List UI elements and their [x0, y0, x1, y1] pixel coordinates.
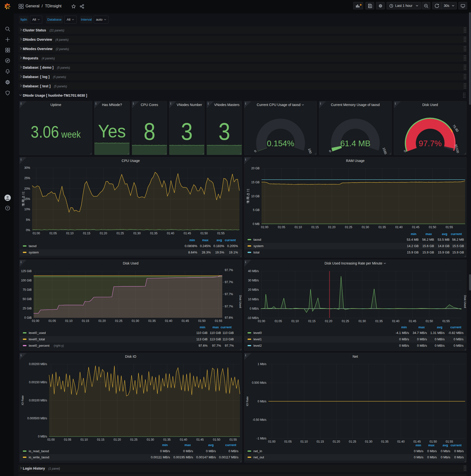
svg-text:53.5 MB: 53.5 MB	[438, 238, 449, 241]
svg-text:01:15: 01:15	[83, 232, 90, 235]
svg-text:01:35: 01:35	[150, 232, 157, 235]
svg-text:min: min	[189, 238, 195, 242]
svg-text:min: min	[162, 443, 168, 447]
svg-text:-10 MB/s: -10 MB/s	[247, 316, 259, 320]
svg-text:15.9 GB: 15.9 GB	[407, 251, 419, 254]
svg-text:io_write_taosd: io_write_taosd	[29, 455, 49, 459]
svg-text:01:50: 01:50	[429, 440, 437, 443]
svg-text:10 GB: 10 GB	[251, 195, 259, 198]
svg-text:01:35: 01:35	[375, 320, 383, 323]
svg-text:01:25: 01:25	[130, 438, 137, 442]
svg-text:0 Mb/s: 0 Mb/s	[427, 455, 437, 459]
svg-text:75 GiB: 75 GiB	[23, 288, 32, 291]
svg-text:10 MB/s: 10 MB/s	[248, 298, 259, 301]
svg-text:20 GB: 20 GB	[251, 167, 259, 170]
svg-text:01:25: 01:25	[345, 225, 352, 229]
svg-text:01:55: 01:55	[215, 319, 222, 323]
svg-text:30 MB/s: 30 MB/s	[248, 279, 259, 282]
svg-text:125 GiB: 125 GiB	[21, 269, 32, 273]
svg-text:0 MB/s: 0 MB/s	[183, 449, 193, 453]
svg-text:min: min	[401, 325, 407, 329]
svg-text:0 MB/s: 0 MB/s	[435, 337, 445, 341]
svg-text:01:40: 01:40	[392, 320, 399, 323]
svg-text:current: current	[225, 238, 236, 242]
svg-text:97.7%: 97.7%	[225, 280, 233, 284]
svg-text:01:30: 01:30	[358, 320, 366, 323]
svg-text:40 MB/s: 40 MB/s	[248, 269, 259, 273]
svg-text:01:55: 01:55	[217, 232, 224, 235]
svg-text:5%: 5%	[26, 218, 30, 221]
svg-text:01:10: 01:10	[81, 438, 88, 442]
svg-text:110 GiB: 110 GiB	[210, 331, 221, 335]
svg-text:01:15: 01:15	[317, 440, 324, 443]
svg-text:15.9 GB: 15.9 GB	[422, 251, 434, 254]
svg-text:current: current	[451, 232, 462, 236]
svg-text:100: 100	[307, 148, 312, 154]
svg-text:01:40: 01:40	[397, 440, 404, 443]
svg-text:53.4 MB: 53.4 MB	[407, 238, 419, 241]
svg-text:1.31 MB/s: 1.31 MB/s	[430, 331, 444, 335]
svg-text:current: current	[450, 443, 461, 447]
svg-text:01:40: 01:40	[180, 438, 187, 442]
svg-text:avg: avg	[437, 325, 442, 329]
svg-text:01:50: 01:50	[213, 438, 220, 442]
svg-text:34.7 MB/s: 34.7 MB/s	[412, 331, 427, 335]
svg-text:net_in: net_in	[253, 449, 262, 453]
svg-text:01:05: 01:05	[284, 440, 291, 443]
svg-text:01:50: 01:50	[429, 225, 436, 229]
svg-text:0.00100 MB/s: 0.00100 MB/s	[29, 399, 47, 402]
svg-text:0.00150 MB/s: 0.00150 MB/s	[29, 381, 47, 384]
svg-text:01:45: 01:45	[184, 232, 191, 235]
svg-text:0 MB/s: 0 MB/s	[454, 337, 464, 341]
svg-text:min: min	[411, 232, 416, 236]
svg-text:01:20: 01:20	[98, 319, 106, 323]
svg-text:01:50: 01:50	[198, 319, 206, 323]
svg-text:0: 0	[328, 149, 332, 153]
svg-text:0 Mb/s: 0 Mb/s	[414, 449, 423, 453]
svg-text:1585: 1585	[382, 147, 387, 155]
svg-text:97.6%: 97.6%	[225, 316, 233, 320]
svg-text:110 GiB: 110 GiB	[222, 331, 234, 335]
svg-text:15%: 15%	[24, 197, 30, 201]
svg-text:01:05: 01:05	[49, 232, 57, 235]
svg-text:0 MB/s: 0 MB/s	[250, 307, 259, 310]
svg-text:01:20: 01:20	[100, 232, 107, 235]
svg-text:avg: avg	[217, 238, 222, 242]
svg-text:14.8 GB: 14.8 GB	[438, 244, 449, 248]
svg-text:01:25: 01:25	[115, 319, 122, 323]
svg-text:max: max	[428, 443, 435, 447]
svg-text:15.5 GB: 15.5 GB	[452, 244, 464, 248]
svg-text:01:10: 01:10	[66, 232, 74, 235]
svg-text:0 MB/s: 0 MB/s	[417, 337, 427, 341]
svg-text:0 MB/s: 0 MB/s	[160, 449, 170, 453]
svg-text:01:55: 01:55	[445, 440, 453, 443]
svg-text:97.7%: 97.7%	[212, 344, 221, 347]
svg-text:01:45: 01:45	[409, 320, 416, 323]
svg-text:01:05: 01:05	[278, 225, 285, 229]
svg-text:?: ?	[7, 207, 9, 209]
svg-text:IO Rate: IO Rate	[21, 395, 24, 405]
svg-text:0 MB/s: 0 MB/s	[229, 449, 239, 453]
svg-text:20 MB/s: 20 MB/s	[248, 288, 259, 291]
svg-text:01:20: 01:20	[333, 440, 340, 443]
svg-text:01:55: 01:55	[445, 225, 453, 229]
svg-text:1 Mb/s: 1 Mb/s	[257, 362, 266, 366]
svg-text:0 Mb/s: 0 Mb/s	[454, 449, 464, 453]
svg-text:15.9 GB: 15.9 GB	[452, 251, 464, 254]
svg-text:01:30: 01:30	[133, 232, 141, 235]
svg-text:01:35: 01:35	[378, 225, 386, 229]
svg-text:avg: avg	[208, 443, 214, 447]
svg-text:level0_total: level0_total	[29, 337, 45, 341]
svg-text:110 GiB: 110 GiB	[196, 331, 207, 335]
svg-text:01:40: 01:40	[167, 232, 174, 235]
svg-text:01:55: 01:55	[442, 320, 450, 323]
svg-text:max: max	[212, 325, 219, 329]
svg-text:0.000500 MB/s: 0.000500 MB/s	[27, 417, 47, 420]
svg-text:0.00147 MB/s: 0.00147 MB/s	[196, 455, 216, 459]
svg-text:8.64%: 8.64%	[188, 251, 197, 254]
svg-text:01:45: 01:45	[413, 440, 421, 443]
svg-text:max: max	[425, 232, 432, 236]
svg-text:14.2 GB: 14.2 GB	[407, 244, 419, 248]
svg-text:system: system	[29, 251, 39, 254]
svg-text:01:20: 01:20	[325, 320, 332, 323]
